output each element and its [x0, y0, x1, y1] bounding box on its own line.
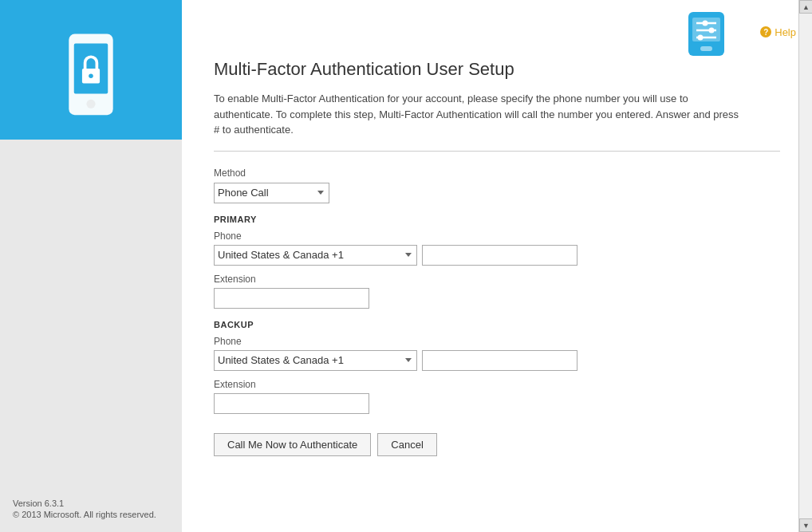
- content-area: Multi-Factor Authentication User Setup T…: [182, 59, 812, 532]
- primary-extension-label: Extension: [214, 274, 780, 285]
- help-label: Help: [775, 26, 796, 38]
- svg-point-8: [703, 21, 708, 26]
- page-title: Multi-Factor Authentication User Setup: [214, 59, 780, 80]
- mfa-device-icon: [684, 8, 728, 56]
- primary-section-header: PRIMARY: [214, 215, 780, 224]
- primary-phone-section: Phone United States & Canada +1 United K…: [214, 231, 780, 266]
- primary-extension-section: Extension: [214, 274, 780, 309]
- help-icon: ?: [760, 26, 771, 37]
- method-section: Method Phone Call Text Message Mobile Ap…: [214, 167, 780, 203]
- version-text: Version 6.3.1: [13, 499, 169, 508]
- backup-phone-input[interactable]: [422, 350, 577, 371]
- sidebar-icon-area: [27, 16, 155, 140]
- copyright-text: © 2013 Microsoft. All rights reserved.: [13, 510, 169, 519]
- main-content: ? Help Multi-Factor Authentication User …: [182, 0, 812, 532]
- scroll-down-arrow[interactable]: ▼: [799, 518, 812, 532]
- backup-extension-label: Extension: [214, 379, 780, 390]
- primary-phone-label: Phone: [214, 231, 780, 242]
- svg-point-10: [709, 28, 715, 33]
- backup-phone-section: Phone United States & Canada +1 United K…: [214, 336, 780, 371]
- backup-phone-row: United States & Canada +1 United Kingdom…: [214, 350, 780, 371]
- method-label: Method: [214, 167, 780, 179]
- description-text: To enable Multi-Factor Authentication fo…: [214, 91, 740, 138]
- scrollbar[interactable]: ▲ ▼: [798, 0, 812, 532]
- svg-point-4: [86, 99, 95, 108]
- sidebar-header: [0, 0, 182, 140]
- cancel-button[interactable]: Cancel: [377, 433, 436, 456]
- phone-lock-icon: [55, 30, 127, 126]
- backup-country-select[interactable]: United States & Canada +1 United Kingdom…: [214, 350, 417, 371]
- help-link[interactable]: ? Help: [760, 8, 796, 56]
- primary-extension-input[interactable]: [214, 288, 369, 309]
- sidebar-lower: Version 6.3.1 © 2013 Microsoft. All righ…: [0, 140, 182, 532]
- button-row: Call Me Now to Authenticate Cancel: [214, 433, 780, 456]
- backup-phone-label: Phone: [214, 336, 780, 347]
- svg-rect-13: [700, 46, 712, 51]
- primary-phone-row: United States & Canada +1 United Kingdom…: [214, 245, 780, 266]
- primary-country-select[interactable]: United States & Canada +1 United Kingdom…: [214, 245, 417, 266]
- call-authenticate-button[interactable]: Call Me Now to Authenticate: [214, 433, 371, 456]
- svg-point-3: [89, 73, 93, 78]
- method-select[interactable]: Phone Call Text Message Mobile App: [214, 183, 329, 203]
- svg-point-12: [698, 35, 704, 41]
- help-bar: ? Help: [182, 0, 812, 59]
- backup-extension-section: Extension: [214, 379, 780, 414]
- backup-section-header: BACKUP: [214, 320, 780, 329]
- backup-extension-input[interactable]: [214, 393, 369, 414]
- divider: [214, 151, 780, 152]
- primary-phone-input[interactable]: [422, 245, 577, 266]
- scroll-up-arrow[interactable]: ▲: [799, 0, 812, 14]
